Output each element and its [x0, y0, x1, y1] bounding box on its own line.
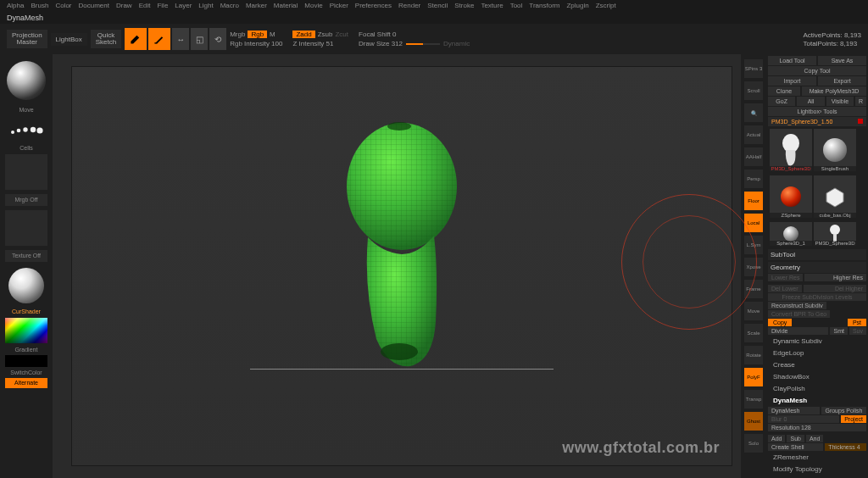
edit-icon[interactable] [125, 28, 147, 50]
zsub-button[interactable]: Zsub [318, 31, 333, 38]
menu-item[interactable]: Movie [304, 2, 322, 10]
texture-slot[interactable] [5, 210, 47, 246]
scale-button[interactable]: Scale [744, 324, 763, 342]
menu-item[interactable]: Tool [510, 2, 523, 10]
save-as-button[interactable]: Save As [818, 56, 866, 65]
aahalf-button[interactable]: AAHalf [744, 147, 763, 166]
zcut-button[interactable]: Zcut [335, 31, 348, 38]
color-picker[interactable] [5, 318, 47, 343]
scale-icon[interactable]: ◱ [191, 28, 208, 50]
menu-item[interactable]: File [157, 2, 168, 10]
alternate-button[interactable]: Alternate [5, 378, 47, 388]
menu-item[interactable]: Preferences [355, 2, 392, 10]
smt-button[interactable]: Smt [830, 327, 847, 335]
rgb-intensity[interactable]: Rgb Intensity 100 [230, 40, 282, 47]
resolution-slider[interactable]: Resolution 128 [768, 424, 866, 431]
paste-button[interactable]: Pst [848, 319, 866, 326]
floor-button[interactable]: Floor [744, 192, 763, 210]
polyf-button[interactable]: PolyF [744, 368, 763, 386]
draw-icon[interactable] [148, 28, 170, 50]
shadowbox-section[interactable]: ShadowBox [768, 371, 866, 382]
rotate-button[interactable]: Rotate [744, 346, 763, 364]
menu-item[interactable]: Layer [175, 2, 192, 10]
divide-button[interactable]: Divide [768, 327, 828, 335]
menu-item[interactable]: Material [274, 2, 298, 10]
switch-color-button[interactable]: SwitchColor [2, 370, 51, 375]
draw-size-slider[interactable] [406, 43, 440, 45]
del-higher-button[interactable]: Del Higher [804, 285, 866, 292]
menu-item[interactable]: Light [198, 2, 213, 10]
viewport[interactable]: www.gfxtotal.com.br [71, 66, 732, 466]
export-button[interactable]: Export [818, 76, 866, 86]
persp-button[interactable]: Persp [744, 170, 763, 188]
move-icon[interactable]: ↔ [172, 28, 189, 50]
menu-item[interactable]: Zscript [596, 2, 616, 10]
z-intensity[interactable]: Z Intensity 51 [292, 40, 333, 47]
clone-button[interactable]: Clone [768, 86, 800, 96]
modify-topology-section[interactable]: Modify Topology [768, 464, 866, 475]
create-shell-button[interactable]: Create Shell [768, 443, 823, 451]
mesh-object[interactable] [330, 119, 474, 373]
menu-item[interactable]: Document [79, 2, 109, 10]
goz-r-button[interactable]: R [855, 97, 866, 106]
zadd-button[interactable]: Zadd [292, 31, 314, 38]
menu-item[interactable]: Edit [139, 2, 151, 10]
freeze-subdiv-button[interactable]: Freeze SubDivision Levels [768, 293, 866, 301]
menu-item[interactable]: Marker [246, 2, 267, 10]
dynamesh-section[interactable]: DynaMesh [768, 395, 866, 406]
geometry-section[interactable]: Geometry [768, 262, 866, 273]
menu-item[interactable]: Draw [116, 2, 132, 10]
quick-sketch-button[interactable]: Quick Sketch [91, 30, 121, 48]
m-button[interactable]: M [270, 31, 275, 38]
solo-button[interactable]: Solo [744, 434, 763, 453]
material-preview[interactable] [8, 268, 44, 303]
lightbox-button[interactable]: LightBox [51, 33, 87, 46]
dynamesh-button[interactable]: DynaMesh [768, 407, 820, 414]
crease-section[interactable]: Crease [768, 359, 866, 370]
alpha-slot[interactable] [5, 154, 47, 190]
project-button[interactable]: Project [841, 415, 866, 423]
frame-button[interactable]: Frame [744, 280, 763, 298]
transp-button[interactable]: Transp [744, 390, 763, 409]
blur-label[interactable]: Blur 0 [768, 415, 839, 423]
menu-item[interactable]: Picker [330, 2, 348, 10]
groups-polish-button[interactable]: Groups Polish [821, 407, 866, 414]
menu-item[interactable]: Texture [481, 2, 503, 10]
zoom-button[interactable]: 🔍 [744, 103, 763, 122]
goz-all-button[interactable]: All [797, 97, 824, 106]
lightbox-tools-button[interactable]: Lightbox› Tools [768, 107, 866, 116]
tool-thumb[interactable]: Sphere3D_1 [770, 222, 812, 246]
edgeloop-section[interactable]: EdgeLoop [768, 347, 866, 358]
tool-thumb[interactable]: SingleBrush [814, 129, 856, 171]
copy-tool-button[interactable]: Copy Tool [768, 66, 866, 75]
subtool-section[interactable]: SubTool [768, 249, 866, 260]
projection-master-button[interactable]: Projection Master [7, 30, 47, 48]
brush-preview[interactable] [7, 61, 46, 100]
menu-item[interactable]: Zplugin [566, 2, 588, 10]
menu-item[interactable]: Transform [529, 2, 559, 10]
texture-off-button[interactable]: Texture Off [5, 250, 47, 262]
higher-res-button[interactable]: Higher Res [804, 274, 866, 281]
rotate-icon[interactable]: ⟲ [209, 28, 226, 50]
menu-item[interactable]: Color [55, 2, 71, 10]
tool-thumb[interactable]: ZSphere [770, 175, 812, 218]
claypolish-section[interactable]: ClayPolish [768, 383, 866, 394]
focal-shift[interactable]: Focal Shift 0 [359, 31, 396, 38]
menu-item[interactable]: Alpha [7, 2, 24, 10]
make-polymesh-button[interactable]: Make PolyMesh3D [802, 86, 866, 96]
scroll-button[interactable]: Scroll [744, 81, 763, 100]
dynamic-button[interactable]: Dynamic [443, 40, 470, 47]
tool-thumb[interactable]: cube_bas.Obj [814, 175, 856, 218]
lsym-button[interactable]: L.Sym [744, 236, 763, 254]
import-button[interactable]: Import [768, 76, 816, 86]
zremesher-section[interactable]: ZRemesher [768, 452, 866, 463]
mrgb-label[interactable]: Mrgb [230, 31, 245, 38]
lower-res-button[interactable]: Lower Res [768, 274, 803, 281]
sub-button[interactable]: Sub [787, 435, 804, 442]
rgb-button[interactable]: Rgb [248, 31, 267, 38]
local-button[interactable]: Local [744, 214, 763, 232]
reconstruct-button[interactable]: Reconstruct Subdiv [768, 302, 826, 309]
tool-thumb[interactable]: PM3D_Sphere3D [770, 129, 812, 171]
and-button[interactable]: And [806, 435, 823, 442]
copy-button[interactable]: Copy [768, 319, 792, 326]
